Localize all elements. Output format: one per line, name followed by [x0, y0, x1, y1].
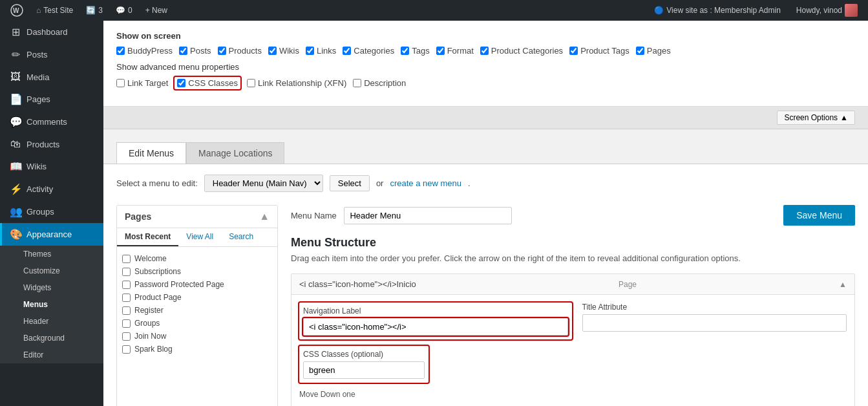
comments-button[interactable]: 💬 0 [111, 0, 138, 21]
cb-wikis-input[interactable] [268, 47, 277, 55]
cb-description[interactable]: Description [353, 78, 406, 88]
cb-links[interactable]: Links [306, 46, 336, 56]
widgets-label: Widgets [23, 283, 51, 292]
cb-tags[interactable]: Tags [401, 46, 429, 56]
sidebar-item-wikis[interactable]: 📖 Wikis [0, 155, 103, 178]
panel-tab-view-all[interactable]: View All [178, 228, 221, 246]
join-now-label: Join Now [134, 332, 166, 341]
cb-link-target-input[interactable] [116, 79, 125, 87]
cb-join-now[interactable] [122, 332, 131, 341]
howdy-button[interactable]: Howdy, vinod [791, 0, 863, 21]
sidebar-item-menus[interactable]: Menus [0, 296, 103, 313]
advanced-label: Show advanced menu properties [116, 62, 855, 72]
select-button[interactable]: Select [330, 175, 370, 191]
cb-products-input[interactable] [218, 47, 226, 55]
sidebar-item-themes[interactable]: Themes [0, 246, 103, 262]
move-down-label: Move Down one [299, 390, 355, 399]
pages-panel-collapse[interactable]: ▲ [259, 211, 270, 222]
title-attr-input[interactable] [582, 314, 847, 332]
menu-item-inicio-header[interactable]: <i class="icon-home"></i>Inicio Page ▲ [291, 274, 854, 294]
sidebar-item-groups[interactable]: 👥 Groups [0, 200, 103, 223]
sidebar-label-activity: Activity [26, 184, 53, 194]
products-icon: 🛍 [10, 138, 21, 150]
panel-tab-search[interactable]: Search [221, 228, 261, 246]
cb-links-input[interactable] [306, 47, 314, 55]
cb-categories-input[interactable] [343, 47, 351, 55]
show-on-screen-label: Show on screen [116, 31, 855, 41]
chevron-up-icon: ▲ [840, 113, 848, 122]
cb-categories-label: Categories [354, 46, 394, 56]
tab-edit-menus[interactable]: Edit Menus [116, 142, 186, 164]
cb-buddypress[interactable]: BuddyPress [116, 46, 173, 56]
css-classes-input[interactable] [303, 361, 425, 379]
sidebar-label-media: Media [26, 72, 49, 82]
cb-subscriptions[interactable] [122, 268, 131, 276]
save-menu-button[interactable]: Save Menu [783, 205, 855, 226]
cb-css-classes[interactable]: CSS Classes [175, 77, 240, 89]
create-new-menu-link[interactable]: create a new menu [390, 178, 461, 188]
cb-pages[interactable]: Pages [636, 46, 671, 56]
cb-tags-input[interactable] [401, 47, 409, 55]
cb-link-relationship-input[interactable] [247, 79, 255, 87]
sidebar-item-editor[interactable]: Editor [0, 347, 103, 363]
cb-format-input[interactable] [436, 47, 445, 55]
pages-panel: Pages ▲ Most Recent View All Search [116, 205, 278, 406]
cb-link-relationship[interactable]: Link Relationship (XFN) [247, 78, 346, 88]
sidebar-item-dashboard[interactable]: ⊞ Dashboard [0, 21, 103, 43]
menu-select[interactable]: Header Menu (Main Nav) [204, 175, 323, 192]
cb-register[interactable] [122, 306, 131, 315]
wp-logo-button[interactable]: W [5, 0, 28, 21]
panel-tab-most-recent[interactable]: Most Recent [117, 228, 178, 246]
cb-wikis[interactable]: Wikis [268, 46, 299, 56]
cb-products[interactable]: Products [218, 46, 262, 56]
cb-spark-blog[interactable] [122, 345, 131, 354]
nav-label-input[interactable] [303, 318, 568, 336]
cb-description-label: Description [364, 78, 406, 88]
cb-product-tags-input[interactable] [569, 47, 578, 55]
spark-blog-label: Spark Blog [134, 345, 173, 354]
sidebar-item-widgets[interactable]: Widgets [0, 279, 103, 296]
site-name-button[interactable]: ⌂ Test Site [31, 0, 78, 21]
view-site-button[interactable]: 🔵 View site as : Membership Admin [649, 0, 786, 21]
cb-categories[interactable]: Categories [343, 46, 394, 56]
cb-buddypress-input[interactable] [116, 47, 125, 55]
cb-product-tags[interactable]: Product Tags [569, 46, 630, 56]
sidebar-item-comments[interactable]: 💬 Comments [0, 111, 103, 133]
cb-format[interactable]: Format [436, 46, 474, 56]
sidebar-item-media[interactable]: 🖼 Media [0, 66, 103, 88]
cb-groups-page[interactable] [122, 319, 131, 328]
menu-name-row: Menu Name Save Menu [291, 205, 855, 226]
cb-link-target[interactable]: Link Target [116, 78, 168, 88]
main-content: Show on screen BuddyPress Posts Products… [103, 21, 868, 406]
cb-welcome[interactable] [122, 255, 131, 263]
tab-manage-locations[interactable]: Manage Locations [186, 142, 284, 164]
sidebar-item-pages[interactable]: 📄 Pages [0, 88, 103, 111]
menu-item-type: Page [619, 280, 637, 289]
cb-posts-input[interactable] [179, 47, 187, 55]
sidebar-item-customize[interactable]: Customize [0, 262, 103, 279]
subscriptions-label: Subscriptions [134, 267, 181, 276]
sidebar-label-posts: Posts [26, 50, 48, 59]
new-content-button[interactable]: + New [140, 0, 173, 21]
sidebar-item-background[interactable]: Background [0, 330, 103, 347]
sidebar-item-posts[interactable]: ✏ Posts [0, 43, 103, 66]
sidebar-item-appearance[interactable]: 🎨 Appearance [0, 223, 103, 246]
cb-product-page[interactable] [122, 294, 131, 302]
editor-label: Editor [23, 350, 43, 359]
sidebar-item-activity[interactable]: ⚡ Activity [0, 178, 103, 200]
screen-options-bar: Screen Options ▲ [103, 107, 868, 129]
cb-password-protected[interactable] [122, 281, 131, 289]
cb-product-categories[interactable]: Product Categories [480, 46, 563, 56]
menu-name-input[interactable] [344, 207, 512, 224]
cb-css-classes-input[interactable] [177, 79, 185, 87]
cb-description-input[interactable] [353, 79, 361, 87]
cb-pages-input[interactable] [636, 47, 644, 55]
screen-options-button[interactable]: Screen Options ▲ [777, 111, 855, 125]
cb-posts[interactable]: Posts [179, 46, 211, 56]
sidebar-item-header[interactable]: Header [0, 313, 103, 330]
content-area: Select a menu to edit: Header Menu (Main… [103, 164, 868, 406]
tab-search-label: Search [229, 232, 253, 241]
updates-button[interactable]: 🔄 3 [81, 0, 108, 21]
sidebar-item-products[interactable]: 🛍 Products [0, 133, 103, 155]
cb-product-categories-input[interactable] [480, 47, 489, 55]
